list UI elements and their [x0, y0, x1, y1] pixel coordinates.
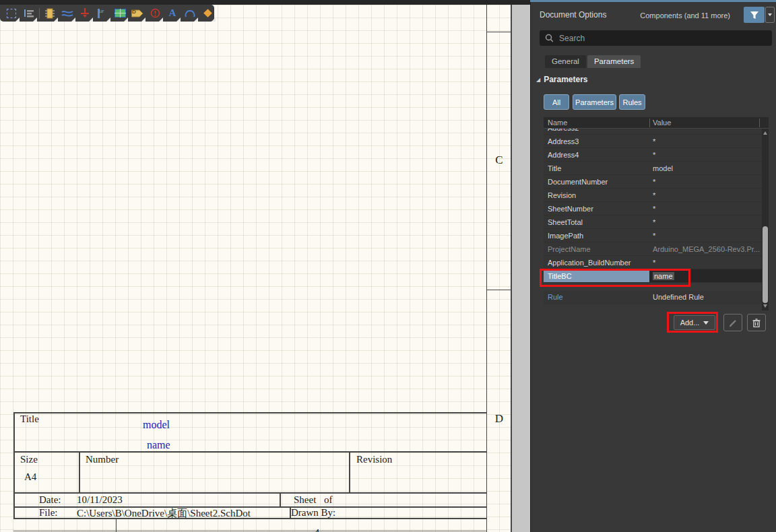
no-erc-icon[interactable]	[148, 6, 162, 20]
panel-title: Document Options	[540, 10, 606, 20]
rule-name: Rule	[548, 293, 563, 301]
table-row[interactable]: Address3*	[544, 135, 762, 148]
tab-general[interactable]: General	[545, 55, 586, 68]
edit-button[interactable]	[723, 314, 742, 331]
file-value: C:\Users\B\OneDrive\桌面\Sheet2.SchDot	[77, 507, 251, 520]
scrollbar-up-icon[interactable]	[763, 131, 767, 135]
sheet-symbol-icon[interactable]	[112, 6, 127, 20]
param-name: Address3	[544, 135, 649, 147]
param-name: Address4	[544, 148, 649, 161]
param-name: ImagePath	[544, 229, 649, 242]
param-value	[649, 129, 762, 134]
table-row[interactable]: ImagePath*	[544, 229, 762, 242]
align-icon[interactable]	[22, 6, 36, 20]
param-name: Application_BuildNumber	[544, 256, 649, 269]
delete-button[interactable]	[747, 314, 766, 331]
filter-dropdown-button[interactable]	[765, 7, 775, 23]
parameters-section-header[interactable]: ◢ Parameters	[536, 75, 588, 84]
collapse-triangle-icon: ◢	[536, 77, 540, 83]
table-row[interactable]: ProjectNameArduino_MEGA_2560-Rev3.Pr...	[544, 242, 762, 256]
sheet-inner-border	[486, 5, 487, 532]
annotation-rectangle-titlebc	[540, 269, 690, 287]
part-icon[interactable]	[42, 6, 57, 20]
table-row[interactable]: Application_BuildNumber*	[544, 256, 762, 269]
param-value: Arduino_MEGA_2560-Rev3.Pr...	[649, 242, 762, 255]
title-value[interactable]: model	[143, 419, 170, 431]
chevron-down-icon	[768, 13, 772, 16]
param-value: *	[649, 215, 762, 228]
parameters-table: Address2Address3*Address4*TitlemodelDocu…	[544, 129, 762, 285]
zone-letter-c: C	[486, 154, 512, 167]
wire-icon[interactable]	[60, 6, 75, 20]
trash-icon	[752, 319, 761, 327]
param-value: *	[649, 148, 762, 161]
zone-tick	[116, 519, 117, 532]
table-row[interactable]: DocumentNumber*	[544, 175, 762, 189]
param-name: DocumentNumber	[544, 175, 649, 188]
search-icon	[545, 34, 553, 42]
number-label: Number	[86, 454, 119, 465]
annotation-rectangle-add	[667, 312, 718, 333]
title-label: Title	[20, 413, 39, 425]
text-icon[interactable]: A	[165, 6, 180, 20]
table-row[interactable]: Address2	[544, 129, 762, 135]
filter-all-button[interactable]: All	[544, 94, 569, 110]
zone-divider	[486, 290, 512, 290]
arc-icon[interactable]	[183, 6, 197, 20]
selection-icon[interactable]	[4, 6, 19, 20]
filter-rules-button[interactable]: Rules	[619, 94, 645, 110]
zone-number-4: 4	[314, 527, 320, 532]
param-value: model	[649, 162, 762, 174]
param-name: Title	[544, 162, 649, 174]
subtitle-value[interactable]: name	[147, 439, 170, 451]
scrollbar-thumb[interactable]	[763, 226, 768, 303]
param-value: *	[649, 135, 762, 147]
param-name: ProjectName	[544, 242, 649, 255]
panel-scope-label[interactable]: Components (and 11 more)	[640, 11, 730, 20]
param-value: *	[649, 202, 762, 215]
search-input[interactable]	[558, 33, 767, 44]
param-value: *	[649, 256, 762, 269]
scrollbar-down-icon[interactable]	[763, 304, 767, 308]
table-row[interactable]: SheetTotal*	[544, 215, 762, 229]
revision-label: Revision	[356, 454, 392, 465]
table-row[interactable]: Revision*	[544, 189, 762, 202]
filter-parameters-button[interactable]: Parameters	[573, 94, 616, 110]
sheet-label: Sheet	[294, 494, 316, 506]
sheet-bottom-border	[13, 531, 486, 531]
junction-icon[interactable]	[200, 6, 215, 20]
date-label: Date:	[39, 494, 61, 506]
table-row[interactable]: Address4*	[544, 148, 762, 162]
funnel-icon	[750, 11, 759, 20]
power-port-icon[interactable]	[77, 6, 92, 20]
toolbar-separator	[39, 8, 40, 19]
pencil-icon	[729, 319, 738, 327]
param-value: *	[649, 229, 762, 242]
tab-parameters[interactable]: Parameters	[587, 55, 641, 68]
rule-row[interactable]: Rule Undefined Rule	[544, 291, 762, 304]
net-label-icon[interactable]: ur	[95, 6, 110, 20]
rule-value: Undefined Rule	[653, 293, 704, 301]
schematic-toolbar: ur D A	[0, 5, 214, 22]
panel-tabs: General Parameters	[545, 55, 641, 68]
size-label: Size	[20, 454, 38, 465]
drawn-by-label: Drawn By:	[291, 507, 335, 519]
zone-divider	[486, 32, 512, 32]
parameters-table-header: Name Value	[544, 117, 769, 129]
schematic-sheet[interactable]	[0, 5, 512, 532]
panel-accent-line	[530, 0, 776, 2]
column-value[interactable]: Value	[653, 119, 671, 127]
size-value: A4	[24, 471, 36, 483]
param-name: SheetNumber	[544, 202, 649, 215]
zone-letter-d: D	[486, 412, 512, 426]
param-value: *	[649, 189, 762, 201]
search-box[interactable]	[540, 30, 772, 46]
parameters-rows: Address2Address3*Address4*TitlemodelDocu…	[544, 129, 762, 283]
column-name[interactable]: Name	[548, 119, 567, 127]
filter-button[interactable]	[744, 7, 765, 23]
table-row[interactable]: SheetNumber*	[544, 202, 762, 215]
file-label: File:	[39, 507, 58, 519]
port-icon[interactable]: D	[130, 6, 145, 20]
table-row[interactable]: Titlemodel	[544, 162, 762, 175]
of-label: of	[324, 494, 333, 506]
